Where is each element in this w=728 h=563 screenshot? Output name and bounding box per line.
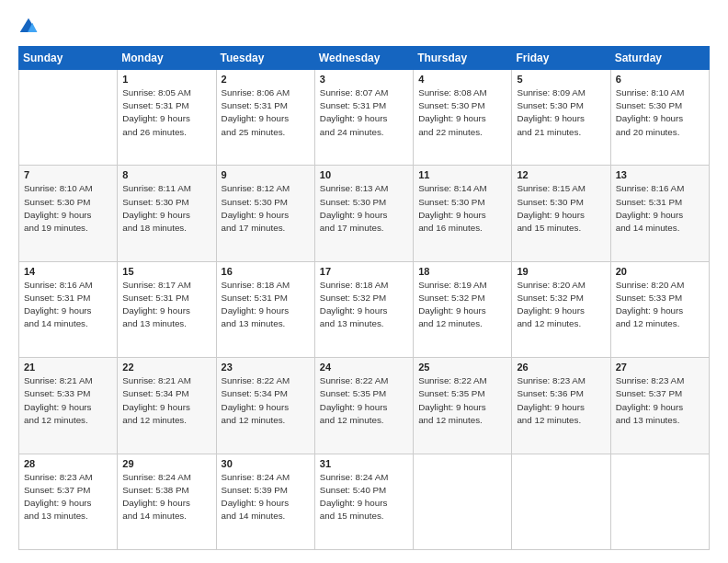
calendar-cell: 6Sunrise: 8:10 AMSunset: 5:30 PMDaylight… — [610, 70, 709, 166]
calendar-cell: 10Sunrise: 8:13 AMSunset: 5:30 PMDayligh… — [314, 166, 413, 261]
calendar-cell: 23Sunrise: 8:22 AMSunset: 5:34 PMDayligh… — [216, 358, 314, 454]
weekday-header: Monday — [118, 47, 216, 70]
day-info: Sunrise: 8:06 AMSunset: 5:31 PMDaylight:… — [222, 86, 310, 139]
day-info: Sunrise: 8:24 AMSunset: 5:38 PMDaylight:… — [122, 471, 210, 523]
day-number: 22 — [122, 362, 210, 373]
day-info: Sunrise: 8:11 AMSunset: 5:30 PMDaylight:… — [122, 182, 210, 235]
calendar-cell: 30Sunrise: 8:24 AMSunset: 5:39 PMDayligh… — [216, 454, 314, 549]
day-number: 14 — [24, 266, 112, 277]
day-info: Sunrise: 8:09 AMSunset: 5:30 PMDaylight:… — [517, 86, 605, 139]
day-info: Sunrise: 8:16 AMSunset: 5:31 PMDaylight:… — [616, 182, 704, 235]
day-number: 3 — [320, 74, 408, 85]
calendar-cell: 26Sunrise: 8:23 AMSunset: 5:36 PMDayligh… — [512, 358, 610, 454]
calendar-cell: 4Sunrise: 8:08 AMSunset: 5:30 PMDaylight… — [414, 70, 512, 166]
day-number: 8 — [122, 169, 210, 180]
weekday-header: Saturday — [610, 47, 709, 70]
day-number: 13 — [616, 169, 704, 180]
day-number: 19 — [517, 266, 605, 277]
day-info: Sunrise: 8:16 AMSunset: 5:31 PMDaylight:… — [24, 279, 112, 331]
day-number: 11 — [418, 169, 506, 180]
weekday-header: Tuesday — [216, 47, 314, 70]
calendar-cell: 28Sunrise: 8:23 AMSunset: 5:37 PMDayligh… — [19, 454, 118, 549]
day-number: 2 — [222, 74, 310, 85]
day-number: 16 — [222, 266, 310, 277]
day-number: 15 — [122, 266, 210, 277]
calendar-cell: 12Sunrise: 8:15 AMSunset: 5:30 PMDayligh… — [512, 166, 610, 261]
calendar-cell: 19Sunrise: 8:20 AMSunset: 5:32 PMDayligh… — [512, 261, 610, 357]
day-info: Sunrise: 8:10 AMSunset: 5:30 PMDaylight:… — [616, 86, 704, 139]
calendar-cell — [512, 454, 610, 549]
day-number: 12 — [517, 169, 605, 180]
day-number: 18 — [418, 266, 506, 277]
calendar-cell: 8Sunrise: 8:11 AMSunset: 5:30 PMDaylight… — [118, 166, 216, 261]
day-info: Sunrise: 8:18 AMSunset: 5:32 PMDaylight:… — [320, 279, 408, 331]
day-info: Sunrise: 8:21 AMSunset: 5:34 PMDaylight:… — [122, 374, 210, 427]
day-number: 21 — [24, 362, 112, 373]
calendar-cell: 31Sunrise: 8:24 AMSunset: 5:40 PMDayligh… — [314, 454, 413, 549]
day-info: Sunrise: 8:18 AMSunset: 5:31 PMDaylight:… — [222, 279, 310, 331]
calendar-cell: 15Sunrise: 8:17 AMSunset: 5:31 PMDayligh… — [118, 261, 216, 357]
calendar-cell: 3Sunrise: 8:07 AMSunset: 5:31 PMDaylight… — [314, 70, 413, 166]
calendar-cell: 7Sunrise: 8:10 AMSunset: 5:30 PMDaylight… — [19, 166, 118, 261]
weekday-header: Thursday — [414, 47, 512, 70]
calendar-cell: 1Sunrise: 8:05 AMSunset: 5:31 PMDaylight… — [118, 70, 216, 166]
calendar-cell: 17Sunrise: 8:18 AMSunset: 5:32 PMDayligh… — [314, 261, 413, 357]
day-info: Sunrise: 8:22 AMSunset: 5:35 PMDaylight:… — [418, 374, 506, 427]
day-number: 29 — [122, 458, 210, 469]
day-number: 1 — [122, 74, 210, 85]
calendar-table: SundayMondayTuesdayWednesdayThursdayFrid… — [18, 46, 710, 550]
day-info: Sunrise: 8:12 AMSunset: 5:30 PMDaylight:… — [222, 182, 310, 235]
calendar-cell: 29Sunrise: 8:24 AMSunset: 5:38 PMDayligh… — [118, 454, 216, 549]
day-info: Sunrise: 8:17 AMSunset: 5:31 PMDaylight:… — [122, 279, 210, 331]
calendar-cell — [19, 70, 118, 166]
day-info: Sunrise: 8:21 AMSunset: 5:33 PMDaylight:… — [24, 374, 112, 427]
calendar-cell: 27Sunrise: 8:23 AMSunset: 5:37 PMDayligh… — [610, 358, 709, 454]
weekday-header: Friday — [512, 47, 610, 70]
header — [18, 17, 710, 37]
calendar-cell: 13Sunrise: 8:16 AMSunset: 5:31 PMDayligh… — [610, 166, 709, 261]
day-number: 25 — [418, 362, 506, 373]
day-info: Sunrise: 8:24 AMSunset: 5:40 PMDaylight:… — [320, 471, 408, 523]
calendar-cell: 14Sunrise: 8:16 AMSunset: 5:31 PMDayligh… — [19, 261, 118, 357]
calendar-cell — [414, 454, 512, 549]
day-number: 6 — [616, 74, 704, 85]
calendar-cell: 25Sunrise: 8:22 AMSunset: 5:35 PMDayligh… — [414, 358, 512, 454]
day-number: 27 — [616, 362, 704, 373]
day-number: 23 — [222, 362, 310, 373]
day-info: Sunrise: 8:22 AMSunset: 5:34 PMDaylight:… — [222, 374, 310, 427]
day-info: Sunrise: 8:13 AMSunset: 5:30 PMDaylight:… — [320, 182, 408, 235]
calendar-cell: 11Sunrise: 8:14 AMSunset: 5:30 PMDayligh… — [414, 166, 512, 261]
calendar-cell — [610, 454, 709, 549]
day-number: 28 — [24, 458, 112, 469]
day-number: 26 — [517, 362, 605, 373]
weekday-header: Wednesday — [314, 47, 413, 70]
day-info: Sunrise: 8:24 AMSunset: 5:39 PMDaylight:… — [222, 471, 310, 523]
day-info: Sunrise: 8:23 AMSunset: 5:36 PMDaylight:… — [517, 374, 605, 427]
day-info: Sunrise: 8:19 AMSunset: 5:32 PMDaylight:… — [418, 279, 506, 331]
calendar-cell: 16Sunrise: 8:18 AMSunset: 5:31 PMDayligh… — [216, 261, 314, 357]
calendar-cell: 5Sunrise: 8:09 AMSunset: 5:30 PMDaylight… — [512, 70, 610, 166]
day-number: 4 — [418, 74, 506, 85]
day-number: 10 — [320, 169, 408, 180]
day-number: 31 — [320, 458, 408, 469]
day-number: 7 — [24, 169, 112, 180]
day-info: Sunrise: 8:23 AMSunset: 5:37 PMDaylight:… — [24, 471, 112, 523]
calendar-cell: 24Sunrise: 8:22 AMSunset: 5:35 PMDayligh… — [314, 358, 413, 454]
day-number: 20 — [616, 266, 704, 277]
calendar-cell: 18Sunrise: 8:19 AMSunset: 5:32 PMDayligh… — [414, 261, 512, 357]
calendar-cell: 22Sunrise: 8:21 AMSunset: 5:34 PMDayligh… — [118, 358, 216, 454]
logo-icon — [18, 17, 39, 37]
day-info: Sunrise: 8:05 AMSunset: 5:31 PMDaylight:… — [122, 86, 210, 139]
day-number: 30 — [222, 458, 310, 469]
day-info: Sunrise: 8:15 AMSunset: 5:30 PMDaylight:… — [517, 182, 605, 235]
calendar-cell: 21Sunrise: 8:21 AMSunset: 5:33 PMDayligh… — [19, 358, 118, 454]
day-info: Sunrise: 8:22 AMSunset: 5:35 PMDaylight:… — [320, 374, 408, 427]
logo — [18, 17, 42, 37]
day-info: Sunrise: 8:20 AMSunset: 5:32 PMDaylight:… — [517, 279, 605, 331]
day-info: Sunrise: 8:20 AMSunset: 5:33 PMDaylight:… — [616, 279, 704, 331]
calendar-cell: 2Sunrise: 8:06 AMSunset: 5:31 PMDaylight… — [216, 70, 314, 166]
page: SundayMondayTuesdayWednesdayThursdayFrid… — [0, 0, 728, 563]
day-info: Sunrise: 8:08 AMSunset: 5:30 PMDaylight:… — [418, 86, 506, 139]
day-number: 9 — [222, 169, 310, 180]
day-number: 17 — [320, 266, 408, 277]
